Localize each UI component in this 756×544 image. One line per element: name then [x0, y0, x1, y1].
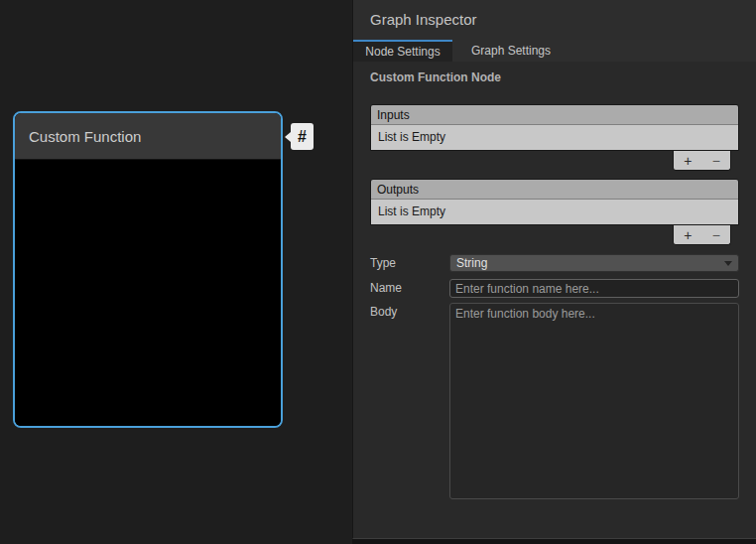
- inputs-remove-button[interactable]: −: [705, 152, 727, 170]
- node-hash-badge[interactable]: #: [291, 123, 314, 150]
- outputs-list: Outputs List is Empty + −: [370, 179, 739, 245]
- panel-title: Graph Inspector: [353, 0, 756, 40]
- type-dropdown-value: String: [456, 256, 487, 270]
- type-row: Type String: [370, 254, 739, 272]
- outputs-remove-button[interactable]: −: [705, 226, 727, 244]
- outputs-list-header[interactable]: Outputs: [371, 180, 738, 200]
- name-row: Name: [370, 279, 739, 298]
- inputs-list-footer: + −: [673, 151, 731, 171]
- name-label: Name: [370, 279, 449, 297]
- inputs-list-header[interactable]: Inputs: [371, 105, 738, 125]
- node-title[interactable]: Custom Function: [15, 113, 281, 160]
- body-row: Body: [370, 303, 739, 499]
- inputs-empty-row: List is Empty: [371, 125, 738, 150]
- inputs-list-box: Inputs List is Empty: [370, 104, 739, 151]
- outputs-add-button[interactable]: +: [677, 226, 698, 244]
- tab-node-settings[interactable]: Node Settings: [353, 40, 452, 62]
- chevron-down-icon: [724, 261, 732, 266]
- inputs-list: Inputs List is Empty + −: [370, 104, 739, 171]
- hash-icon: #: [298, 128, 307, 145]
- function-name-input[interactable]: [449, 279, 739, 298]
- body-label: Body: [370, 303, 449, 321]
- section-title: Custom Function Node: [370, 70, 739, 84]
- outputs-list-box: Outputs List is Empty: [370, 179, 739, 225]
- tab-graph-settings[interactable]: Graph Settings: [452, 40, 569, 62]
- function-body-textarea[interactable]: [449, 303, 739, 499]
- panel-bottom-edge: [352, 539, 756, 544]
- node-preview-body: [15, 160, 281, 428]
- outputs-empty-row: List is Empty: [371, 200, 738, 224]
- type-dropdown[interactable]: String: [449, 254, 739, 272]
- outputs-list-footer: + −: [673, 225, 731, 245]
- inputs-add-button[interactable]: +: [677, 152, 698, 170]
- graph-inspector-panel: Graph Inspector Node Settings Graph Sett…: [352, 0, 756, 539]
- custom-function-node[interactable]: Custom Function: [13, 111, 283, 428]
- function-fields: Type String Name Body: [370, 254, 739, 499]
- inspector-content: Custom Function Node Inputs List is Empt…: [353, 70, 756, 499]
- inspector-tabbar: Node Settings Graph Settings: [353, 40, 756, 62]
- type-label: Type: [370, 254, 449, 272]
